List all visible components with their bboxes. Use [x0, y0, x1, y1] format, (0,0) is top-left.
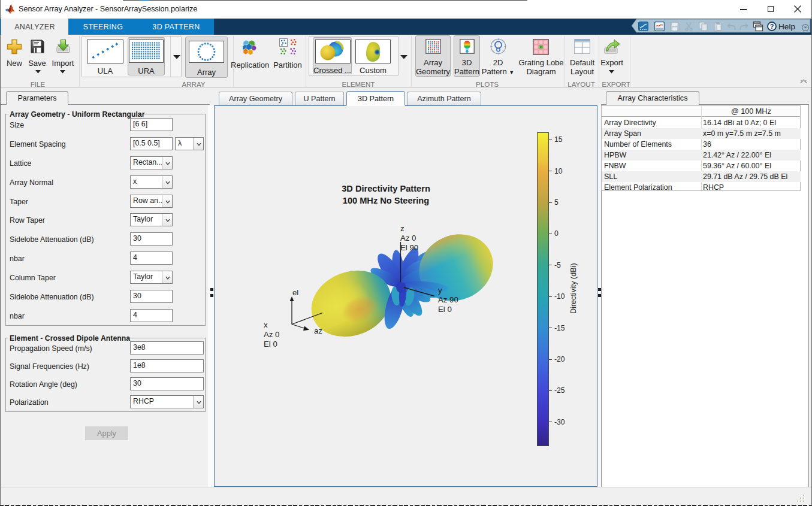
- svg-text:?: ?: [770, 23, 774, 30]
